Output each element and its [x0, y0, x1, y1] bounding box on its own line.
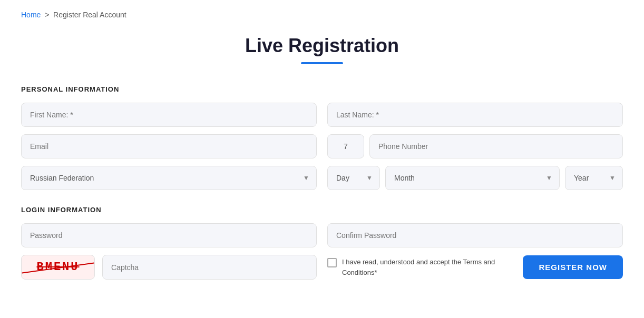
email-col: [21, 134, 317, 158]
page-title: Live Registration: [21, 35, 623, 57]
captcha-area: BMENU: [21, 255, 317, 280]
email-input[interactable]: [21, 134, 317, 158]
register-button[interactable]: REGISTER NOW: [523, 255, 623, 279]
phone-col: 7: [327, 134, 623, 158]
title-underline: [301, 62, 343, 64]
year-select[interactable]: Year 2024 2000 1990 1980: [565, 166, 623, 190]
breadcrumb-home[interactable]: Home: [21, 11, 41, 19]
login-info-section: LOGIN INFORMATION BMENU I have read, und…: [21, 206, 623, 280]
country-select[interactable]: Russian Federation United States Germany…: [21, 166, 317, 190]
personal-info-section: PERSONAL INFORMATION 7 Russian Federatio…: [21, 85, 623, 190]
dob-col: Day 1 2 3 ▼ Month January February March…: [327, 166, 623, 190]
bottom-row: BMENU I have read, understood and accept…: [21, 255, 623, 280]
day-select[interactable]: Day 1 2 3: [327, 166, 380, 190]
page-title-container: Live Registration: [21, 35, 623, 64]
confirm-password-input[interactable]: [327, 223, 623, 247]
terms-row: I have read, understood and accept the T…: [327, 257, 512, 277]
last-name-input[interactable]: [327, 103, 623, 127]
password-col: [21, 223, 317, 247]
first-name-input[interactable]: [21, 103, 317, 127]
name-row: [21, 103, 623, 127]
last-name-col: [327, 103, 623, 127]
month-select-wrapper: Month January February March April May J…: [385, 166, 560, 190]
password-row: [21, 223, 623, 247]
country-select-wrapper: Russian Federation United States Germany…: [21, 166, 317, 190]
password-input[interactable]: [21, 223, 317, 247]
country-dob-row: Russian Federation United States Germany…: [21, 166, 623, 190]
personal-info-label: PERSONAL INFORMATION: [21, 85, 623, 93]
terms-text: I have read, understood and accept the T…: [342, 257, 512, 277]
captcha-input[interactable]: [102, 255, 317, 280]
year-select-wrapper: Year 2024 2000 1990 1980 ▼: [565, 166, 623, 190]
login-info-label: LOGIN INFORMATION: [21, 206, 623, 214]
confirm-password-col: [327, 223, 623, 247]
terms-register-area: I have read, understood and accept the T…: [327, 255, 623, 279]
breadcrumb-current: Register Real Account: [53, 11, 126, 19]
email-phone-row: 7: [21, 134, 623, 158]
phone-input[interactable]: [369, 134, 623, 158]
terms-checkbox[interactable]: [327, 258, 337, 267]
captcha-image: BMENU: [21, 255, 95, 280]
day-select-wrapper: Day 1 2 3 ▼: [327, 166, 380, 190]
phone-code: 7: [327, 134, 364, 158]
first-name-col: [21, 103, 317, 127]
breadcrumb: Home > Register Real Account: [21, 11, 623, 19]
country-col: Russian Federation United States Germany…: [21, 166, 317, 190]
month-select[interactable]: Month January February March April May J…: [385, 166, 560, 190]
breadcrumb-separator: >: [45, 11, 49, 19]
captcha-display: BMENU: [36, 261, 79, 274]
